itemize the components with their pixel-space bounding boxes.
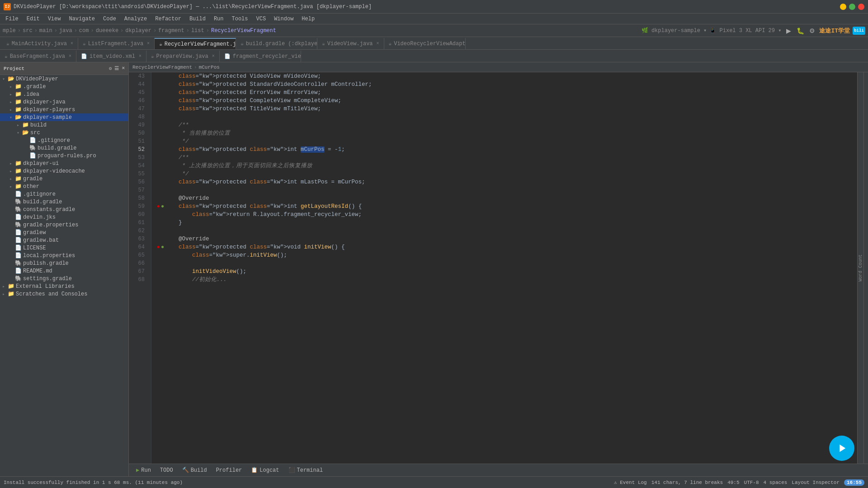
- breadcrumb-part[interactable]: mple: [3, 28, 16, 34]
- code-line-49[interactable]: /**: [156, 121, 863, 129]
- close-tab-icon[interactable]: ×: [147, 41, 150, 46]
- menu-item-run[interactable]: Run: [210, 15, 227, 23]
- sidebar-item-build-sample[interactable]: ▸ 📁 build: [0, 121, 128, 129]
- code-breadcrumb-class[interactable]: RecyclerViewFragment: [132, 65, 192, 70]
- sidebar-item-build-gradle-sample[interactable]: 🐘 build.gradle: [0, 144, 128, 152]
- file-tab2-fragment_recycler_view-xml[interactable]: 📄 fragment_recycler_view.xml ×: [220, 51, 301, 62]
- sidebar-item-gitignore-root[interactable]: 📄 .gitignore: [0, 190, 128, 198]
- close-tab-icon2[interactable]: ×: [139, 54, 142, 59]
- code-line-64[interactable]: ●● class="kw">protected class="kw">void …: [156, 243, 863, 251]
- breadcrumb-part[interactable]: dkplayer: [125, 28, 151, 34]
- sidebar-item-dkplayer-java[interactable]: ▸ 📁 dkplayer-java: [0, 98, 128, 106]
- run-button[interactable]: ▶: [784, 26, 793, 35]
- sidebar-item-dkplayer-ui[interactable]: ▸ 📁 dkplayer-ui: [0, 160, 128, 167]
- logcat-tab[interactable]: 📋 Logcat: [247, 466, 283, 474]
- code-line-44[interactable]: class="kw">protected StandardVideoContro…: [156, 80, 863, 89]
- menu-item-vcs[interactable]: VCS: [253, 15, 270, 23]
- layout-inspector[interactable]: Layout Inspector: [792, 480, 840, 485]
- code-breadcrumb-member[interactable]: mCurPos: [199, 65, 220, 70]
- code-line-62[interactable]: [156, 227, 863, 235]
- breadcrumb-part[interactable]: dueeeke: [96, 28, 118, 34]
- time-badge[interactable]: 16:55: [844, 479, 864, 486]
- line-col[interactable]: 49:5: [727, 480, 739, 485]
- breadcrumb-part[interactable]: list: [191, 28, 204, 34]
- code-line-53[interactable]: /**: [156, 154, 863, 162]
- file-tab-VideoRecyclerViewAdapter-java[interactable]: ☕ VideoRecyclerViewAdapter.java ×: [384, 38, 466, 49]
- code-line-60[interactable]: class="kw">return R.layout.fragment_recy…: [156, 211, 863, 219]
- maximize-button[interactable]: [849, 4, 855, 10]
- file-tab2-PrepareView-java[interactable]: ☕ PrepareView.java ×: [146, 51, 220, 62]
- code-line-50[interactable]: * 当前播放的位置: [156, 129, 863, 137]
- sidebar-item-README[interactable]: 📄 README.md: [0, 267, 128, 275]
- profiler-tab[interactable]: Profiler: [212, 466, 246, 474]
- scrollbar-right[interactable]: [863, 72, 868, 464]
- branch-selector[interactable]: 🌿 dkplayer-sample ▾: [642, 27, 707, 34]
- gutter-marker-red[interactable]: ●: [157, 202, 160, 211]
- todo-tab[interactable]: TODO: [156, 466, 177, 474]
- code-content[interactable]: class="kw">protected VideoView mVideoVie…: [151, 72, 863, 464]
- menu-item-code[interactable]: Code: [99, 15, 120, 23]
- sidebar-item-external-libraries[interactable]: ▸ 📁 External Libraries: [0, 282, 128, 290]
- sidebar-cog-icon[interactable]: ⚙: [109, 66, 112, 71]
- sidebar-item-other[interactable]: ▸ 📁 other: [0, 183, 128, 190]
- menu-item-file[interactable]: File: [2, 15, 22, 23]
- code-line-65[interactable]: class="kw">super.initView();: [156, 251, 863, 259]
- sidebar-item-gradlew-bat[interactable]: 📄 gradlew.bat: [0, 236, 128, 244]
- menu-item-navigate[interactable]: Navigate: [65, 15, 99, 23]
- close-button[interactable]: [858, 4, 864, 10]
- sidebar-close-icon[interactable]: ×: [122, 66, 125, 71]
- sidebar-item-dkplayer-videocache[interactable]: ▸ 📁 dkplayer-videocache: [0, 167, 128, 175]
- code-line-58[interactable]: @Override: [156, 194, 863, 202]
- file-tab-MainActivity-java[interactable]: ☕ MainActivity.java ×: [2, 38, 78, 49]
- code-line-52[interactable]: class="kw">protected class="kw">int mCur…: [156, 145, 863, 154]
- close-tab-icon[interactable]: ×: [377, 41, 379, 46]
- terminal-tab[interactable]: ⬛ Terminal: [285, 466, 327, 474]
- menu-item-analyze[interactable]: Analyze: [121, 15, 151, 23]
- sidebar-item-idea[interactable]: ▸ 📁 .idea: [0, 90, 128, 98]
- file-tab2-item_video-xml[interactable]: 📄 item_video.xml ×: [76, 51, 146, 62]
- sidebar-item-dkplayer-players[interactable]: ▸ 📁 dkplayer-players: [0, 106, 128, 113]
- settings-button[interactable]: ⚙: [807, 26, 816, 35]
- code-line-54[interactable]: * 上次播放的位置，用于页面切回来之后恢复播放: [156, 162, 863, 170]
- menu-item-help[interactable]: Help: [298, 15, 318, 23]
- code-line-63[interactable]: @Override: [156, 235, 863, 243]
- breadcrumb-part[interactable]: java: [59, 28, 72, 34]
- code-line-66[interactable]: [156, 259, 863, 267]
- device-selector[interactable]: 📱 Pixel 3 XL API 29 ▾: [709, 27, 781, 34]
- event-log[interactable]: ⚠ Event Log: [614, 479, 647, 485]
- code-line-56[interactable]: class="kw">protected class="kw">int mLas…: [156, 178, 863, 186]
- sidebar-item-gradlew[interactable]: 📄 gradlew: [0, 229, 128, 236]
- minimize-button[interactable]: [840, 4, 846, 10]
- code-line-67[interactable]: initVideoView();: [156, 267, 863, 276]
- code-line-55[interactable]: */: [156, 170, 863, 178]
- menu-item-window[interactable]: Window: [270, 15, 297, 23]
- breadcrumb-part[interactable]: com: [79, 28, 89, 34]
- breadcrumb-current[interactable]: RecyclerViewFragment: [211, 28, 276, 34]
- run-tab[interactable]: ▶ Run: [132, 466, 155, 474]
- menu-item-edit[interactable]: Edit: [23, 15, 43, 23]
- code-line-43[interactable]: class="kw">protected VideoView mVideoVie…: [156, 72, 863, 80]
- code-line-45[interactable]: class="kw">protected ErrorView mErrorVie…: [156, 89, 863, 97]
- sidebar-item-gradle-root[interactable]: ▸ 📁 gradle: [0, 175, 128, 183]
- sidebar-item-DKVideoPlayer[interactable]: ▾ 📂 DKVideoPlayer: [0, 75, 128, 83]
- sidebar-item-LICENSE[interactable]: 📄 LICENSE: [0, 244, 128, 252]
- breadcrumb-part[interactable]: main: [39, 28, 52, 34]
- breadcrumb-part[interactable]: src: [23, 28, 33, 34]
- menu-item-build[interactable]: Build: [186, 15, 209, 23]
- encoding[interactable]: UTF-8: [744, 480, 759, 485]
- indent[interactable]: 4 spaces: [764, 480, 788, 485]
- sidebar-item-publish-gradle[interactable]: 🐘 publish.gradle: [0, 259, 128, 267]
- sidebar-item-constants-gradle[interactable]: 🐘 constants.gradle: [0, 206, 128, 213]
- file-tab-ListFragment-java[interactable]: ☕ ListFragment.java ×: [78, 38, 155, 49]
- word-count-sidebar[interactable]: Word Count: [857, 72, 863, 464]
- code-line-46[interactable]: class="kw">protected CompleteView mCompl…: [156, 97, 863, 105]
- gutter-marker-green[interactable]: ●: [161, 202, 164, 211]
- file-tab-RecyclerViewFragment-java[interactable]: ☕ RecyclerViewFragment.java ×: [155, 38, 236, 49]
- code-line-48[interactable]: [156, 113, 863, 121]
- sidebar-item-gradle[interactable]: ▸ 📁 .gradle: [0, 83, 128, 90]
- file-tab2-BaseFragment-java[interactable]: ☕ BaseFragment.java ×: [0, 51, 76, 62]
- sidebar-item-dkplayer-sample[interactable]: ▾ 📂 dkplayer-sample: [0, 113, 128, 121]
- close-tab-icon[interactable]: ×: [71, 41, 73, 46]
- sidebar-item-gradle-properties[interactable]: 🐘 gradle.properties: [0, 221, 128, 229]
- sidebar-item-settings-gradle[interactable]: 🐘 settings.gradle: [0, 275, 128, 282]
